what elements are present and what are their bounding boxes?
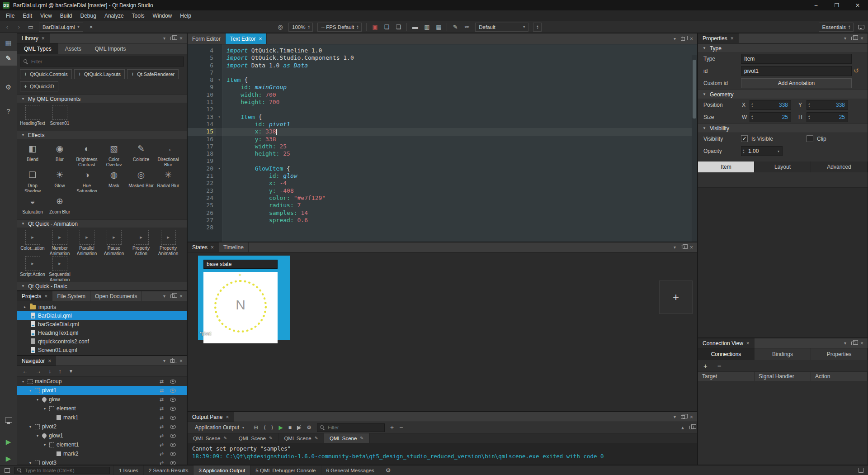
close-tab-icon[interactable]: × <box>731 35 734 42</box>
fold-marker-icon[interactable]: ▾ <box>216 114 223 121</box>
section-header-qt-quick-animation[interactable]: ▼Qt Quick - Animation <box>17 219 187 228</box>
code-line-28[interactable]: 28 <box>188 224 692 231</box>
statusbar-button-6-general-messages[interactable]: 6 General Messages <box>321 466 379 475</box>
code-line-24[interactable]: 24 color: "#e7f129" <box>188 195 692 202</box>
chevron-down-icon[interactable]: ▾ <box>35 434 40 438</box>
close-panel-icon[interactable]: × <box>690 414 693 420</box>
navigator-item-glow1[interactable]: ▾glow1⇄ <box>17 431 187 440</box>
export-toggle-icon[interactable]: ⇄ <box>160 415 164 421</box>
move-down-icon[interactable]: ↓ <box>48 368 52 375</box>
float-panel-icon[interactable] <box>681 37 685 41</box>
export-toggle-icon[interactable]: ⇄ <box>160 406 164 412</box>
code-line-22[interactable]: 22 x: -4 <box>188 180 692 187</box>
menu-file[interactable]: File <box>2 10 19 21</box>
library-item-brightness-contrast[interactable]: ◐Brightness Contrast <box>73 140 100 166</box>
clip-checkbox[interactable] <box>807 135 813 142</box>
fps-select[interactable]: -- FPS Default ▴▾ <box>317 23 362 32</box>
code-line-15[interactable]: 15 x: 338 <box>188 128 692 135</box>
connection-table-body[interactable] <box>698 381 868 465</box>
visibility-eye-icon[interactable] <box>170 452 176 456</box>
library-item-glow[interactable]: ☀Glow <box>46 166 73 192</box>
menu-edit[interactable]: Edit <box>19 10 36 21</box>
spinner-icon[interactable]: ▴▾ <box>808 102 810 108</box>
close-icon[interactable]: ✕ <box>847 0 868 10</box>
close-tab-icon[interactable]: × <box>746 340 750 347</box>
code-line-14[interactable]: 14 id: pivot1 <box>188 121 692 128</box>
close-tab-icon[interactable]: × <box>211 244 214 251</box>
spinner-icon[interactable]: ▴▾ <box>743 148 744 154</box>
editor-scrollbar[interactable] <box>692 55 697 242</box>
library-item-drop-shadow[interactable]: ❏Drop Shadow <box>19 166 46 192</box>
library-item-blend[interactable]: ◧Blend <box>19 140 46 166</box>
section-header-my-qml-components[interactable]: ▼My QML Components <box>17 95 187 103</box>
statusbar-button-1-issues[interactable]: 1 Issues <box>113 466 143 475</box>
tools-mode-icon[interactable]: ⚙ <box>0 80 17 95</box>
remove-connection-icon[interactable]: − <box>717 362 722 370</box>
project-item-screen01-ui-qml[interactable]: Screen01.ui.qml <box>17 346 187 354</box>
spinner-icon[interactable]: ▴▾ <box>751 114 753 120</box>
maximize-icon[interactable]: ❐ <box>826 0 847 10</box>
bounding-rects-icon[interactable]: ▣ <box>371 24 378 30</box>
library-item-directional-blur[interactable]: →Directional Blur <box>155 140 182 166</box>
forward-icon[interactable]: › <box>15 24 23 30</box>
visibility-eye-icon[interactable] <box>170 416 176 420</box>
chevron-right-icon[interactable]: ▸ <box>23 305 27 309</box>
code-line-27[interactable]: 27 spread: 0.6 <box>188 217 692 224</box>
rerun-icon[interactable]: ▶̸ <box>297 424 301 431</box>
add-connection-icon[interactable]: + <box>703 362 708 370</box>
export-toggle-icon[interactable]: ⇄ <box>160 460 164 466</box>
output-tab-qml-scene-4[interactable]: QML Scene✎ <box>324 433 370 443</box>
split-editor-icon[interactable]: ▭ <box>27 24 34 30</box>
properties-tab-advanced[interactable]: Advanced <box>811 162 868 172</box>
import-button-qtquick-controls[interactable]: +QtQuick.Controls <box>20 69 72 79</box>
project-item-headingtext-qml[interactable]: HeadingText.qml <box>17 328 187 337</box>
code-line-9[interactable]: 9 id: mainGroup <box>188 84 692 91</box>
navigator-item-maingroup[interactable]: ▾mainGroup⇄ <box>17 377 187 386</box>
chevron-down-icon[interactable]: ▾ <box>28 389 33 393</box>
statusbar-button-3-application-output[interactable]: 3 Application Output <box>193 466 250 475</box>
export-toggle-icon[interactable]: ⇄ <box>160 397 164 403</box>
code-line-7[interactable]: 7 <box>188 69 692 76</box>
library-item-blur[interactable]: ◉Blur <box>46 140 73 166</box>
properties-tab-item[interactable]: Item <box>698 162 755 172</box>
close-panel-icon[interactable]: × <box>179 293 183 299</box>
spinner-icon[interactable]: ▴▾ <box>808 114 810 120</box>
add-annotation-button[interactable]: Add Annotation <box>741 78 852 88</box>
library-item-zoom-blur[interactable]: ⊕Zoom Blur <box>46 192 73 218</box>
code-line-18[interactable]: 18 height: 25 <box>188 150 692 157</box>
properties-tab-layout[interactable]: Layout <box>755 162 811 172</box>
close-tab-icon[interactable]: × <box>44 293 47 299</box>
run-output-icon[interactable]: ▶ <box>279 424 283 431</box>
library-item-masked-blur[interactable]: ◎Masked Blur <box>127 166 155 192</box>
collapse-panel-icon[interactable]: ▾ <box>674 414 676 419</box>
code-line-11[interactable]: 11 height: 700 <box>188 99 692 106</box>
align-grid-icon[interactable]: ▦ <box>435 24 442 30</box>
code-line-19[interactable]: 19 <box>188 157 692 165</box>
close-panel-icon[interactable]: × <box>690 244 693 251</box>
zoom-select[interactable]: 100% ▴▾ <box>288 23 313 32</box>
collapse-panel-icon[interactable]: ▾ <box>163 36 165 41</box>
close-panel-icon[interactable]: × <box>860 35 863 42</box>
align-rows-icon[interactable]: ▥ <box>423 24 430 30</box>
code-line-25[interactable]: 25 radius: 7 <box>188 202 692 209</box>
visibility-eye-icon[interactable] <box>170 434 176 438</box>
library-item-sequential-animation[interactable]: ▸Sequential Animation <box>46 255 73 281</box>
library-item-pause-animation[interactable]: ▸Pause Animation <box>100 228 127 255</box>
visibility-eye-icon[interactable] <box>170 389 176 393</box>
export-toggle-icon[interactable]: ⇄ <box>160 388 164 394</box>
collapse-panel-icon[interactable]: ▾ <box>844 36 846 41</box>
close-tab-icon[interactable]: × <box>259 36 262 42</box>
code-line-20[interactable]: 20▾ GlowItem { <box>188 165 692 172</box>
visibility-eye-icon[interactable] <box>170 461 176 465</box>
width-spinbox[interactable]: ▴▾ 25 <box>750 112 791 122</box>
chevron-down-icon[interactable]: ▾ <box>42 407 47 411</box>
output-tab-qml-scene-2[interactable]: QML Scene✎ <box>233 433 279 443</box>
crosshair-icon[interactable]: ◎ <box>277 24 284 30</box>
project-item-qtquickcontrols2-conf[interactable]: qtquickcontrols2.conf <box>17 337 187 346</box>
move-up-icon[interactable]: ↑ <box>59 368 62 375</box>
next-item-icon[interactable]: ⟩ <box>271 424 274 431</box>
fold-marker-icon[interactable]: ▾ <box>216 165 223 172</box>
navigator-item-pivot2[interactable]: ▾pivot2⇄ <box>17 422 187 431</box>
navigator-item-pivot3[interactable]: ▾pivot3⇄ <box>17 458 187 465</box>
navigator-item-pivot1[interactable]: ▾pivot1⇄ <box>17 386 187 395</box>
